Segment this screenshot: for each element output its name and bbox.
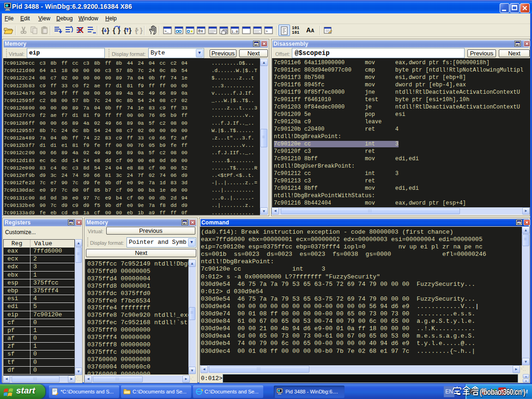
svg-text:1.0: 1.0 xyxy=(231,30,238,34)
svg-text:{: { xyxy=(113,26,115,34)
svg-text:>: > xyxy=(266,29,268,33)
svg-text:}: } xyxy=(107,26,109,34)
svg-text:}: } xyxy=(129,26,132,34)
svg-text:0x: 0x xyxy=(198,29,203,34)
svg-text:>_: >_ xyxy=(164,29,169,33)
svg-text:{: { xyxy=(124,26,127,34)
svg-text:{: { xyxy=(102,26,104,34)
svg-text:}: } xyxy=(140,26,143,34)
